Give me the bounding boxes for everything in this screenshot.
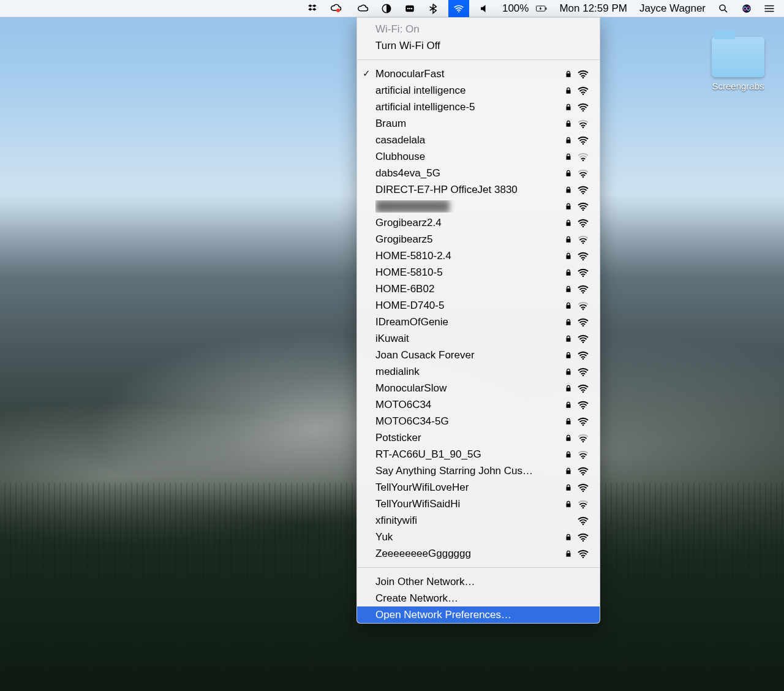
dropbox-icon[interactable] [305,0,321,17]
menu-username[interactable]: Jayce Wagner [637,0,708,17]
open-network-preferences[interactable]: Open Network Preferences… [357,606,600,623]
battery-percent[interactable]: 100% [500,0,531,17]
wifi-network-item[interactable]: Clubhouse [357,148,600,165]
svg-point-26 [582,292,584,293]
display-contrast-icon[interactable] [379,0,394,17]
wifi-network-item[interactable]: Grogibearz5 [357,231,600,247]
svg-point-28 [582,325,584,327]
svg-point-8 [720,5,725,10]
svg-point-31 [582,374,584,376]
wifi-signal-icon [575,266,591,279]
wifi-network-item[interactable]: Potsticker [357,429,600,446]
wifi-network-item[interactable]: dabs4eva_5G [357,165,600,181]
lock-icon [562,384,575,393]
create-network[interactable]: Create Network… [357,590,600,606]
checkmark-icon: ✓ [363,68,371,79]
svg-point-17 [582,143,584,145]
svg-point-27 [582,308,584,310]
wifi-network-item[interactable]: DIRECT-E7-HP OfficeJet 3830 [357,181,600,198]
lock-icon [562,169,575,178]
lock-icon [562,70,575,78]
wifi-network-item[interactable]: TellYourWifiSaidHi [357,496,600,512]
wifi-signal-icon [575,68,591,80]
menu-separator [357,59,600,60]
wifi-network-item[interactable]: TellYourWifiLoveHer [357,479,600,496]
wifi-network-item[interactable]: Say Anything Starring John Cus… [357,463,600,479]
battery-charging-icon[interactable] [533,0,549,17]
wifi-network-item[interactable]: MOTO6C34 [357,396,600,413]
wifi-signal-icon [575,233,591,246]
svg-point-20 [582,192,584,194]
wifi-network-name: artificial intelligence [375,85,562,97]
cloud-sync-icon[interactable] [328,0,348,17]
svg-point-37 [582,474,584,475]
lock-icon [562,450,575,459]
wifi-network-name: iKuwait [375,333,562,345]
menu-datetime[interactable]: Mon 12:59 PM [557,0,630,17]
svg-point-38 [582,490,584,492]
wifi-signal-icon [575,465,591,477]
spotlight-search-icon[interactable] [715,0,731,17]
wifi-network-name: DIRECT-E7-HP OfficeJet 3830 [375,184,562,196]
wifi-network-name: ██████████ [375,200,562,213]
wifi-network-name: Joan Cusack Forever [375,349,562,361]
wifi-network-item[interactable]: medialink [357,363,600,380]
wifi-network-item[interactable]: IDreamOfGenie [357,314,600,330]
wifi-network-name: TellYourWifiSaidHi [375,498,562,510]
wifi-toggle-off[interactable]: Turn Wi-Fi Off [357,37,600,54]
wifi-network-item[interactable]: HOME-5810-5 [357,264,600,281]
wifi-menu-icon[interactable] [448,0,469,17]
wifi-network-item[interactable]: HOME-5810-2.4 [357,247,600,264]
wifi-network-item[interactable]: RT-AC66U_B1_90_5G [357,446,600,463]
lock-icon [562,483,575,492]
bluetooth-icon[interactable] [425,0,441,17]
wifi-network-item[interactable]: casadelala [357,132,600,148]
menu-separator [357,567,600,568]
svg-point-18 [582,159,584,161]
wifi-network-item[interactable]: iKuwait [357,330,600,347]
wifi-signal-icon [575,415,591,428]
desktop-folder[interactable]: Screengrabs [704,37,772,91]
siri-icon[interactable] [739,0,755,17]
svg-point-5 [458,11,459,12]
svg-point-41 [582,540,584,542]
lock-icon [562,186,575,194]
wifi-network-item[interactable]: MonocularSlow [357,380,600,396]
volume-icon[interactable] [477,0,492,17]
wifi-network-item[interactable]: HOME-6B02 [357,281,600,297]
lock-icon [562,351,575,360]
wifi-network-item[interactable]: artificial intelligence-5 [357,99,600,115]
notification-center-icon[interactable] [762,0,778,17]
wifi-network-item[interactable]: Yuk [357,529,600,545]
cloud-icon[interactable] [355,0,371,17]
wifi-signal-icon [575,85,591,97]
wifi-network-item[interactable]: Braum [357,115,600,132]
svg-point-36 [582,457,584,459]
svg-point-16 [582,126,584,128]
wifi-network-item[interactable]: Grogibearz2.4 [357,214,600,231]
wifi-network-item[interactable]: xfinitywifi [357,512,600,529]
wifi-network-name: xfinitywifi [375,515,562,527]
wifi-network-item[interactable]: MOTO6C34-5G [357,413,600,429]
wifi-network-item[interactable]: artificial intelligence [357,82,600,99]
wifi-signal-icon [575,531,591,543]
svg-point-24 [582,259,584,260]
wifi-network-item[interactable]: ZeeeeeeeeGgggggg [357,545,600,562]
wifi-signal-icon [575,515,591,527]
lock-icon [562,136,575,145]
wifi-network-item[interactable]: Joan Cusack Forever [357,347,600,363]
wifi-network-item[interactable]: HOME-D740-5 [357,297,600,314]
wifi-network-name: casadelala [375,134,562,146]
wifi-network-name: HOME-6B02 [375,283,562,295]
wifi-network-item[interactable]: ██████████ [357,198,600,214]
lock-icon [562,268,575,277]
wifi-network-item[interactable]: ✓MonocularFast [357,66,600,82]
svg-point-42 [582,556,584,558]
svg-point-40 [582,523,584,525]
app-indicator-icon[interactable] [402,0,418,17]
wifi-network-name: HOME-D740-5 [375,300,562,312]
join-other-network[interactable]: Join Other Network… [357,573,600,590]
wifi-signal-icon [575,316,591,328]
wifi-signal-icon [575,498,591,510]
wifi-network-name: ZeeeeeeeeGgggggg [375,548,562,560]
